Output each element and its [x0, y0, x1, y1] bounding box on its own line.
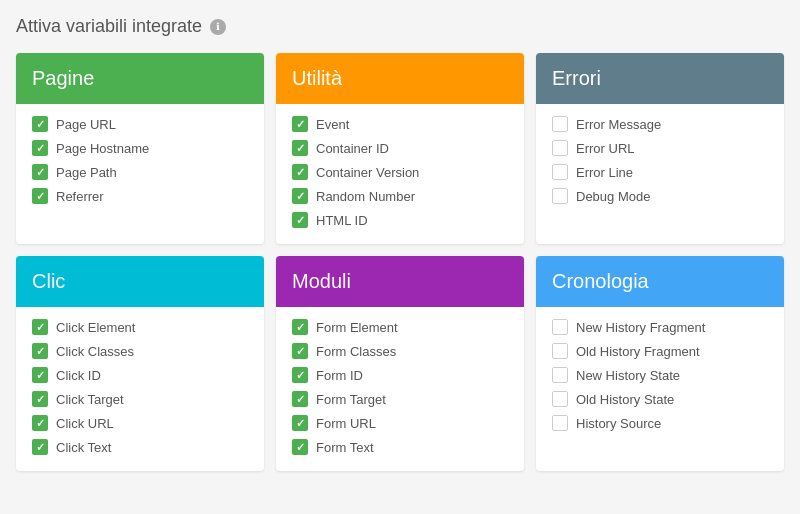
item-label: Page Path — [56, 165, 117, 180]
item-label: Form Element — [316, 320, 398, 335]
checkbox-checked[interactable] — [32, 164, 48, 180]
item-label: Click Text — [56, 440, 111, 455]
item-label: Old History State — [576, 392, 674, 407]
card-pagine: PaginePage URLPage HostnamePage PathRefe… — [16, 53, 264, 244]
checkbox-checked[interactable] — [292, 212, 308, 228]
checkbox-checked[interactable] — [292, 319, 308, 335]
checkbox-unchecked[interactable] — [552, 164, 568, 180]
list-item[interactable]: Click Text — [32, 439, 248, 455]
card-header-clic: Clic — [16, 256, 264, 307]
item-label: Container ID — [316, 141, 389, 156]
list-item[interactable]: Container ID — [292, 140, 508, 156]
list-item[interactable]: Page Hostname — [32, 140, 248, 156]
list-item[interactable]: Event — [292, 116, 508, 132]
list-item[interactable]: Page Path — [32, 164, 248, 180]
list-item[interactable]: Page URL — [32, 116, 248, 132]
checkbox-unchecked[interactable] — [552, 319, 568, 335]
list-item[interactable]: Click Classes — [32, 343, 248, 359]
card-body-errori: Error MessageError URLError LineDebug Mo… — [536, 104, 784, 220]
checkbox-checked[interactable] — [292, 116, 308, 132]
checkbox-checked[interactable] — [292, 164, 308, 180]
card-header-errori: Errori — [536, 53, 784, 104]
info-icon[interactable]: ℹ — [210, 19, 226, 35]
list-item[interactable]: Old History State — [552, 391, 768, 407]
item-label: Page Hostname — [56, 141, 149, 156]
list-item[interactable]: HTML ID — [292, 212, 508, 228]
page-title: Attiva variabili integrate — [16, 16, 202, 37]
item-label: Form ID — [316, 368, 363, 383]
checkbox-checked[interactable] — [32, 140, 48, 156]
item-label: Error URL — [576, 141, 635, 156]
card-clic: ClicClick ElementClick ClassesClick IDCl… — [16, 256, 264, 471]
list-item[interactable]: Debug Mode — [552, 188, 768, 204]
item-label: New History State — [576, 368, 680, 383]
checkbox-unchecked[interactable] — [552, 415, 568, 431]
checkbox-unchecked[interactable] — [552, 391, 568, 407]
checkbox-unchecked[interactable] — [552, 140, 568, 156]
card-body-cronologia: New History FragmentOld History Fragment… — [536, 307, 784, 447]
checkbox-checked[interactable] — [32, 415, 48, 431]
checkbox-checked[interactable] — [32, 188, 48, 204]
list-item[interactable]: Form Classes — [292, 343, 508, 359]
list-item[interactable]: Form URL — [292, 415, 508, 431]
list-item[interactable]: Form Target — [292, 391, 508, 407]
list-item[interactable]: Form Text — [292, 439, 508, 455]
card-body-clic: Click ElementClick ClassesClick IDClick … — [16, 307, 264, 471]
card-header-pagine: Pagine — [16, 53, 264, 104]
card-body-utilita: EventContainer IDContainer VersionRandom… — [276, 104, 524, 244]
checkbox-checked[interactable] — [292, 140, 308, 156]
checkbox-checked[interactable] — [292, 439, 308, 455]
item-label: Form Classes — [316, 344, 396, 359]
list-item[interactable]: Click ID — [32, 367, 248, 383]
list-item[interactable]: Click Target — [32, 391, 248, 407]
checkbox-unchecked[interactable] — [552, 367, 568, 383]
list-item[interactable]: Click Element — [32, 319, 248, 335]
checkbox-checked[interactable] — [292, 391, 308, 407]
item-label: Event — [316, 117, 349, 132]
checkbox-unchecked[interactable] — [552, 116, 568, 132]
card-header-moduli: Moduli — [276, 256, 524, 307]
list-item[interactable]: Referrer — [32, 188, 248, 204]
checkbox-checked[interactable] — [32, 319, 48, 335]
item-label: Click Classes — [56, 344, 134, 359]
checkbox-checked[interactable] — [292, 415, 308, 431]
item-label: New History Fragment — [576, 320, 705, 335]
checkbox-checked[interactable] — [32, 343, 48, 359]
checkbox-checked[interactable] — [32, 367, 48, 383]
checkbox-unchecked[interactable] — [552, 343, 568, 359]
list-item[interactable]: Error URL — [552, 140, 768, 156]
checkbox-unchecked[interactable] — [552, 188, 568, 204]
list-item[interactable]: Form Element — [292, 319, 508, 335]
list-item[interactable]: Error Message — [552, 116, 768, 132]
list-item[interactable]: Form ID — [292, 367, 508, 383]
item-label: Click ID — [56, 368, 101, 383]
card-moduli: ModuliForm ElementForm ClassesForm IDFor… — [276, 256, 524, 471]
item-label: Container Version — [316, 165, 419, 180]
list-item[interactable]: History Source — [552, 415, 768, 431]
checkbox-checked[interactable] — [292, 343, 308, 359]
list-item[interactable]: Error Line — [552, 164, 768, 180]
item-label: Click Element — [56, 320, 135, 335]
cards-grid: PaginePage URLPage HostnamePage PathRefe… — [16, 53, 784, 471]
list-item[interactable]: New History State — [552, 367, 768, 383]
item-label: Random Number — [316, 189, 415, 204]
item-label: Form Text — [316, 440, 374, 455]
checkbox-checked[interactable] — [292, 188, 308, 204]
list-item[interactable]: New History Fragment — [552, 319, 768, 335]
item-label: Form Target — [316, 392, 386, 407]
card-header-cronologia: Cronologia — [536, 256, 784, 307]
checkbox-checked[interactable] — [32, 391, 48, 407]
item-label: HTML ID — [316, 213, 368, 228]
list-item[interactable]: Random Number — [292, 188, 508, 204]
card-utilita: UtilitàEventContainer IDContainer Versio… — [276, 53, 524, 244]
item-label: Debug Mode — [576, 189, 650, 204]
item-label: Click URL — [56, 416, 114, 431]
list-item[interactable]: Container Version — [292, 164, 508, 180]
checkbox-checked[interactable] — [292, 367, 308, 383]
card-header-utilita: Utilità — [276, 53, 524, 104]
list-item[interactable]: Old History Fragment — [552, 343, 768, 359]
card-errori: ErroriError MessageError URLError LineDe… — [536, 53, 784, 244]
list-item[interactable]: Click URL — [32, 415, 248, 431]
checkbox-checked[interactable] — [32, 439, 48, 455]
checkbox-checked[interactable] — [32, 116, 48, 132]
